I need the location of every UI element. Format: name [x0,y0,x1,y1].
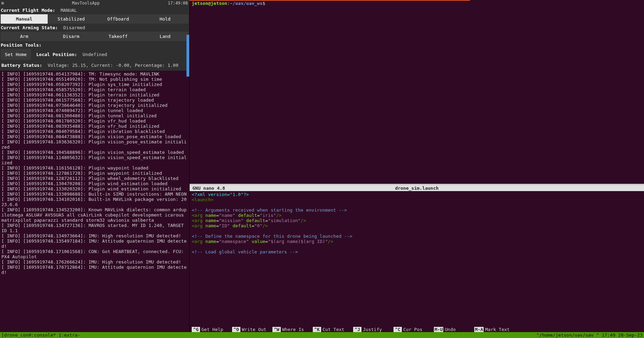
nano-line: <arg name="name" default="iris"/> [192,213,642,218]
log-line: [ INFO] [1695919748.104588896]: Plugin v… [1,150,188,155]
tmux-status-bar[interactable]: [drone_con0:console* 1:extra- "/home/jet… [0,332,644,338]
log-line: [ INFO] [1695919748.171061568]: CON: Got… [1,249,188,259]
mode-buttons: Manual Stabilized Offboard Hold [1,14,189,24]
log-line: [ INFO] [1695919748.134102016]: Built-in… [1,197,188,207]
nano-line: <arg name="ID" default="0"/> [192,223,642,228]
flight-mode-label: Current Flight Mode: [1,8,55,13]
arming-state-label: Current Arming State: [1,25,58,30]
log-line: [ INFO] [1695919748.083935488]: Plugin v… [1,124,188,129]
log-line: [ INFO] [1695919748.081300480]: Plugin t… [1,113,188,118]
log-line: [ INFO] [1695919748.074089472]: Plugin t… [1,108,188,113]
log-line: [ INFO] [1695919748.114805632]: Plugin v… [1,155,188,165]
status-left: [drone_con0:console* 1:extra- [1,332,80,338]
log-line: [ INFO] [1695919748.055149920]: TM: Not … [1,77,188,82]
log-line: [ INFO] [1695919748.134727136]: MAVROS s… [1,223,188,233]
log-line: [ INFO] [1695919748.133020320]: Plugin w… [1,186,188,191]
arm-button[interactable]: Arm [1,32,48,41]
nano-command[interactable]: ^JJustify [353,327,393,332]
tui-header: ⊞ MavToolsApp 17:49:08 [0,0,189,6]
log-line: [ INFO] [1695919748.058207392]: Plugin s… [1,82,188,87]
nano-command[interactable]: ^CCur Pos [393,327,434,332]
nano-line [192,228,642,234]
offboard-button[interactable]: Offboard [95,14,142,24]
takeoff-button[interactable]: Takeoff [95,32,142,41]
log-line: [ INFO] [1695919748.116156128]: Plugin w… [1,165,188,171]
log-line: [ INFO] [1695919748.176266624]: IMU: Hig… [1,259,188,265]
log-line: [ INFO] [1695919748.135497184]: IMU: Att… [1,238,188,249]
log-line: [ INFO] [1695919748.084079584]: Plugin v… [1,129,188,134]
log-line: [ INFO] [1695919748.061136352]: Plugin t… [1,92,188,97]
nano-command[interactable]: ^OWrite Out [232,327,272,332]
log-line: [ INFO] [1695919748.081780320]: Plugin v… [1,118,188,124]
log-line: [ INFO] [1695919748.127861728]: Plugin w… [1,171,188,176]
log-line: [ INFO] [1695919748.130470208]: Plugin w… [1,181,188,186]
nano-line: <launch> [192,197,642,202]
nano-command[interactable]: M-UUndo [434,327,474,332]
nano-line: <!-- Arguments received when starting th… [192,207,642,213]
nano-version: GNU nano 4.8 [192,186,262,191]
log-line: [ INFO] [1695919748.073664640]: Plugin t… [1,103,188,108]
nano-line: <?xml version="1.0"?> [192,192,642,197]
nano-command[interactable]: M-AMark Text [474,327,515,332]
header-time: 17:49:08 [168,1,188,6]
manual-button[interactable]: Manual [1,14,48,24]
prompt-user: jetson [192,1,208,6]
log-line: [ INFO] [1695919748.134523200]: Known MA… [1,207,188,223]
nano-line: <!-- Define the namespace for this drone… [192,234,642,239]
arming-state-value: Disarmed [63,25,85,30]
nano-header: GNU nano 4.8 drone_sim.launch [190,185,644,191]
nano-line [192,202,642,207]
log-line: [ INFO] [1695919748.134973664]: IMU: Hig… [1,233,188,238]
terminal-top[interactable]: jetson@jetson:~/uav/uav_ws$ [190,0,644,184]
nano-line: <arg name="mission" default="simulation"… [192,218,642,223]
battery-value: Voltage: 25.15, Current: -0.00, Percenta… [48,63,178,68]
status-right: "/home/jetson/uav/uav " 17:49 28-Sep-23 [536,332,643,338]
hold-button[interactable]: Hold [142,14,189,24]
nano-line: <arg name="namespace" value="$(arg name)… [192,239,642,244]
prompt-path: ~/uav/uav_ws [230,1,263,6]
disarm-button[interactable]: Disarm [48,32,95,41]
log-line: [ INFO] [1695919748.103636320]: Plugin v… [1,139,188,150]
log-line: [ INFO] [1695919748.054137984]: TM: Time… [1,71,188,77]
local-position-value: Undefined [82,52,107,57]
nano-command[interactable]: ^KCut Text [313,327,353,332]
set-home-button[interactable]: Set Home [1,49,31,60]
nano-filename: drone_sim.launch [262,186,572,191]
position-tools-label: Position Tools: [1,42,41,48]
nano-command[interactable]: ^GGet Help [192,327,232,332]
prompt-host: jetson [211,1,227,6]
nano-editor[interactable]: <?xml version="1.0"?><launch> <!-- Argum… [190,191,644,327]
log-line: [ INFO] [1695919748.176712864]: IMU: Att… [1,265,188,275]
log-line: [ INFO] [1695919748.058575520]: Plugin t… [1,87,188,92]
app-title: MavToolsApp [4,1,168,6]
nano-command[interactable]: ^WWhere Is [272,327,313,332]
log-output[interactable]: [ INFO] [1695919748.054137984]: TM: Time… [0,71,189,338]
log-line: [ INFO] [1695919748.084473888]: Plugin v… [1,134,188,139]
arming-buttons: Arm Disarm Takeoff Land [1,32,189,41]
log-line: [ INFO] [1695919748.061577568]: Plugin t… [1,97,188,103]
stabilized-button[interactable]: Stabilized [48,14,95,24]
log-line: [ INFO] [1695919748.128726112]: Plugin w… [1,176,188,181]
battery-label: Battery Status: [1,63,42,68]
flight-mode-value: MANUAL [61,8,77,13]
scrollbar[interactable] [186,35,189,77]
nano-line: <!-- Load global vehicle parameters --> [192,249,642,254]
log-line: [ INFO] [1695919748.133898688]: Built-in… [1,191,188,197]
nano-line [192,244,642,249]
land-button[interactable]: Land [142,32,189,41]
local-position-label: Local Position: [36,52,77,57]
